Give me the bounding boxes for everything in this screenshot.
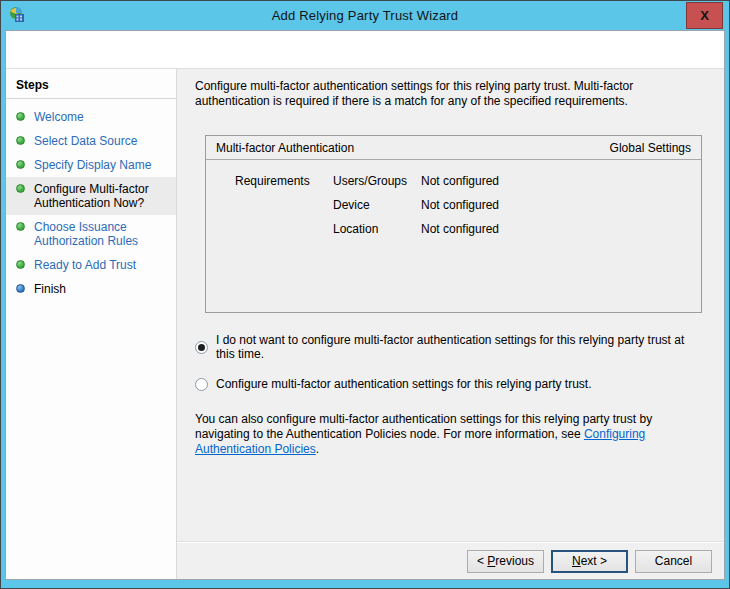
step-label: Specify Display Name (34, 158, 151, 172)
mfa-panel-header: Multi-factor Authentication Global Setti… (206, 136, 701, 160)
step-bullet-icon (16, 160, 25, 169)
wizard-window: Add Relying Party Trust Wizard X Steps W… (0, 0, 730, 589)
requirements-group-label (235, 222, 333, 236)
sidebar-step-0[interactable]: Welcome (6, 105, 176, 129)
close-icon: X (700, 9, 709, 22)
footer-note-period: . (316, 442, 319, 456)
mfa-panel-body: RequirementsUsers/GroupsNot configuredDe… (206, 160, 701, 246)
next-button[interactable]: Next > (551, 550, 628, 573)
close-button[interactable]: X (686, 2, 723, 29)
mfa-requirement-row: RequirementsUsers/GroupsNot configured (206, 174, 701, 188)
sidebar-step-4[interactable]: Choose Issuance Authorization Rules (6, 215, 176, 253)
sidebar-step-1[interactable]: Select Data Source (6, 129, 176, 153)
step-label: Ready to Add Trust (34, 258, 136, 272)
steps-title: Steps (6, 75, 176, 99)
steps-sidebar: Steps WelcomeSelect Data SourceSpecify D… (6, 69, 177, 579)
step-label: Choose Issuance Authorization Rules (34, 220, 172, 248)
title-bar: Add Relying Party Trust Wizard X (1, 1, 729, 30)
step-bullet-icon (16, 136, 25, 145)
radio-selected-icon[interactable] (195, 341, 208, 354)
dialog-body: Steps WelcomeSelect Data SourceSpecify D… (5, 30, 725, 580)
step-bullet-icon (16, 260, 25, 269)
sidebar-step-3: Configure Multi-factor Authentication No… (6, 177, 176, 215)
wizard-header-band (6, 31, 724, 69)
previous-button[interactable]: < Previous (467, 550, 544, 573)
radio-option-1[interactable]: Configure multi-factor authentication se… (195, 377, 698, 391)
global-settings-label: Global Settings (610, 141, 691, 155)
mfa-requirement-name: Users/Groups (333, 174, 421, 188)
mfa-requirement-value: Not configured (421, 198, 499, 212)
cancel-button[interactable]: Cancel (635, 550, 712, 573)
step-bullet-icon (16, 222, 25, 231)
step-label: Select Data Source (34, 134, 137, 148)
requirements-group-label: Requirements (235, 174, 333, 188)
button-bar: < PreviousNext >Cancel (177, 543, 724, 579)
main-content: Configure multi-factor authentication se… (177, 69, 724, 541)
steps-list: WelcomeSelect Data SourceSpecify Display… (6, 105, 176, 301)
sidebar-step-5[interactable]: Ready to Add Trust (6, 253, 176, 277)
footer-note: You can also configure multi-factor auth… (195, 412, 698, 457)
radio-unselected-icon[interactable] (195, 378, 208, 391)
radio-option-label: Configure multi-factor authentication se… (216, 377, 592, 391)
step-bullet-icon (16, 184, 25, 193)
mfa-requirement-value: Not configured (421, 222, 499, 236)
radio-option-0[interactable]: I do not want to configure multi-factor … (195, 333, 698, 361)
mfa-settings-panel: Multi-factor Authentication Global Setti… (205, 135, 702, 313)
adfs-wizard-icon (8, 6, 26, 24)
requirements-group-label (235, 198, 333, 212)
step-bullet-icon (16, 112, 25, 121)
step-label: Welcome (34, 110, 84, 124)
mfa-requirement-name: Location (333, 222, 421, 236)
step-label: Finish (34, 282, 66, 296)
step-bullet-icon (16, 284, 25, 293)
step-label: Configure Multi-factor Authentication No… (34, 182, 172, 210)
radio-option-label: I do not want to configure multi-factor … (216, 333, 698, 361)
mfa-panel-title: Multi-factor Authentication (216, 141, 354, 155)
mfa-requirement-value: Not configured (421, 174, 499, 188)
intro-text: Configure multi-factor authentication se… (195, 79, 698, 109)
mfa-requirement-row: LocationNot configured (206, 222, 701, 236)
sidebar-step-6: Finish (6, 277, 176, 301)
mfa-requirement-name: Device (333, 198, 421, 212)
window-title: Add Relying Party Trust Wizard (1, 8, 729, 23)
mfa-radio-group: I do not want to configure multi-factor … (195, 333, 698, 391)
sidebar-step-2[interactable]: Specify Display Name (6, 153, 176, 177)
mfa-requirement-row: DeviceNot configured (206, 198, 701, 212)
